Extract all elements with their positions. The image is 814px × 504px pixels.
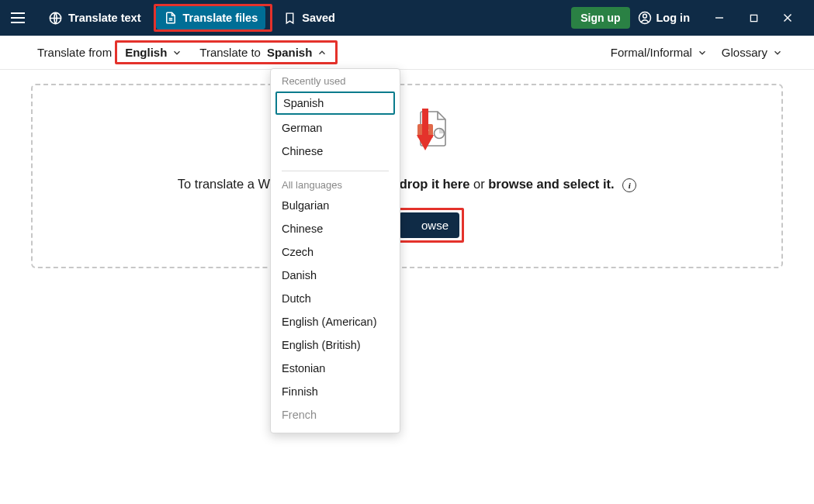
window-maximize[interactable] — [736, 6, 771, 29]
from-language-select[interactable]: English — [119, 43, 189, 62]
login-label: Log in — [656, 12, 691, 24]
user-icon — [638, 11, 652, 25]
menu-icon[interactable] — [9, 9, 26, 26]
dropdown-divider — [282, 171, 389, 171]
svg-point-2 — [643, 14, 646, 18]
nav-translate-text[interactable]: Translate text — [40, 6, 149, 30]
dropdown-item[interactable]: English (British) — [271, 333, 400, 357]
signup-button[interactable]: Sign up — [571, 7, 629, 29]
nav-saved[interactable]: Saved — [275, 7, 343, 29]
window-close[interactable] — [771, 6, 805, 29]
glossary-label: Glossary — [722, 46, 767, 59]
formality-select[interactable]: Formal/Informal — [611, 46, 708, 59]
signup-label: Sign up — [580, 12, 620, 24]
language-toolbar: Translate from English Translate to Span… — [0, 36, 814, 70]
annotation-arrow — [417, 109, 434, 152]
dropdown-item-spanish[interactable]: Spanish — [275, 91, 395, 115]
dropdown-item[interactable]: Czech — [271, 240, 400, 264]
nav-translate-files-label: Translate files — [183, 12, 258, 24]
dropdown-item[interactable]: Estonian — [271, 357, 400, 380]
formality-label: Formal/Informal — [611, 46, 692, 59]
globe-icon — [48, 11, 63, 26]
to-label: Translate to — [199, 46, 261, 59]
bookmark-icon — [283, 12, 296, 25]
language-dropdown: Recently used Spanish German Chinese All… — [270, 68, 400, 433]
dropdown-item[interactable]: Bulgarian — [271, 194, 400, 217]
dropdown-all-label: All languages — [271, 174, 400, 194]
dropdown-item-chinese[interactable]: Chinese — [271, 140, 400, 163]
dropdown-item[interactable]: Dutch — [271, 287, 400, 310]
info-icon[interactable]: i — [622, 178, 636, 192]
top-bar: Translate text Translate files Saved Sig… — [0, 0, 814, 36]
dropdown-item-german[interactable]: German — [271, 116, 400, 140]
from-language-value: English — [125, 46, 167, 59]
glossary-select[interactable]: Glossary — [722, 46, 783, 59]
browse-wrap: Browse — [394, 208, 464, 243]
svg-rect-14 — [422, 109, 428, 136]
dropdown-item[interactable]: French — [271, 403, 400, 426]
nav-translate-text-label: Translate text — [68, 12, 141, 24]
nav-translate-files[interactable]: Translate files — [156, 6, 266, 29]
dropdown-recent-label: Recently used — [271, 71, 400, 90]
chevron-down-icon — [772, 47, 783, 58]
document-icon — [164, 11, 178, 25]
chevron-down-icon — [171, 47, 182, 58]
svg-rect-4 — [750, 15, 757, 21]
drop-text-full: To translate a Word or PowerPoint file, … — [31, 177, 783, 192]
from-label: Translate from — [37, 46, 112, 59]
window-controls — [702, 6, 805, 29]
login-button[interactable]: Log in — [638, 11, 691, 25]
dropdown-item[interactable]: Chinese — [271, 217, 400, 240]
dropdown-item[interactable]: Danish — [271, 264, 400, 287]
to-language-value: Spanish — [267, 46, 312, 59]
chevron-up-icon — [317, 47, 327, 58]
browse-button[interactable]: Browse — [399, 212, 459, 238]
dropdown-item[interactable]: Finnish — [271, 380, 400, 403]
to-language-select[interactable]: Spanish — [261, 43, 334, 62]
chevron-down-icon — [697, 47, 708, 58]
dropdown-item[interactable]: English (American) — [271, 310, 400, 333]
window-minimize[interactable] — [702, 6, 736, 29]
nav-saved-label: Saved — [302, 12, 335, 24]
